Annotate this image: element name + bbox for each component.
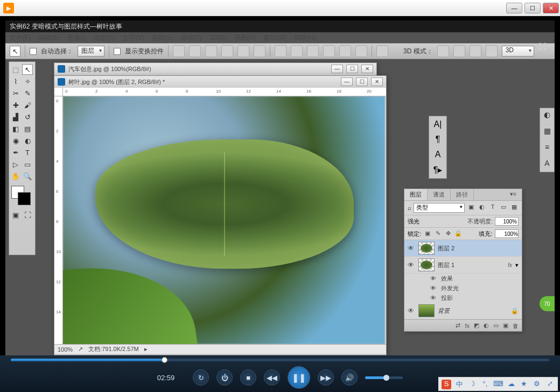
pan-3d-icon[interactable]	[470, 45, 481, 57]
group-icon[interactable]: ▭	[493, 322, 499, 329]
window-maximize-button[interactable]: ☐	[524, 3, 541, 13]
roll-3d-icon[interactable]	[453, 45, 465, 57]
layer-mask-icon[interactable]: ◩	[474, 322, 479, 329]
menu-item[interactable]: 视图(V)	[234, 33, 256, 43]
orbit-3d-icon[interactable]	[437, 45, 449, 57]
expand-icon[interactable]: ⛶	[538, 42, 546, 51]
distribute-icon[interactable]	[323, 45, 335, 57]
slide-3d-icon[interactable]	[486, 45, 498, 57]
distribute-icon[interactable]	[355, 45, 367, 57]
menu-item[interactable]: 图层(L)	[94, 33, 115, 43]
quickmask-icon[interactable]: ▣	[10, 209, 21, 220]
visibility-eye-icon[interactable]: 👁	[408, 307, 415, 314]
visibility-eye-icon[interactable]: 👁	[408, 244, 415, 252]
window-minimize-button[interactable]: —	[506, 3, 522, 13]
wand-tool-icon[interactable]: ✧	[22, 76, 33, 87]
effect-item[interactable]: 👁投影	[404, 293, 522, 303]
blend-mode-select[interactable]: 强光	[408, 218, 465, 226]
background-swatch[interactable]	[18, 192, 31, 205]
color-swatches[interactable]	[10, 186, 34, 205]
layer-row[interactable]: 👁 图层 2	[404, 240, 522, 257]
layer-name[interactable]: 图层 2	[438, 244, 519, 253]
visibility-eye-icon[interactable]: 👁	[430, 275, 438, 282]
zoom-level[interactable]: 100%	[58, 346, 73, 353]
progress-bar[interactable]	[11, 359, 549, 361]
doc-front-titlebar[interactable]: 树叶.jpg @ 100% (图层 2, RGB/8#) * — ☐ ✕	[54, 76, 386, 88]
ime-cloud-icon[interactable]: ☁	[506, 380, 516, 389]
floating-panel-strip[interactable]: A| ¶ A ¶▸	[429, 116, 447, 179]
distribute-icon[interactable]	[339, 45, 351, 57]
tab-paths[interactable]: 路径	[451, 189, 474, 200]
layer-thumbnail[interactable]	[418, 258, 435, 271]
mode3d-select[interactable]: 3D	[502, 46, 534, 57]
tab-layers[interactable]: 图层	[404, 189, 428, 200]
effects-header[interactable]: 👁效果	[404, 274, 522, 283]
lock-move-icon[interactable]: ✥	[444, 230, 452, 237]
styles-panel-icon[interactable]: ¶▸	[433, 165, 443, 175]
volume-button[interactable]: 🔊	[341, 369, 358, 386]
shape-tool-icon[interactable]: ▭	[22, 159, 33, 170]
swatches-panel-icon[interactable]: ▦	[542, 127, 552, 137]
lock-position-icon[interactable]: ✎	[434, 230, 442, 237]
stop-button[interactable]: ■	[240, 369, 256, 386]
doc-minimize-button[interactable]: —	[331, 65, 343, 73]
align-icon[interactable]	[173, 45, 185, 57]
doc-info-menu-icon[interactable]: ▸	[144, 346, 148, 353]
glyph-panel-icon[interactable]: A	[435, 150, 441, 159]
layer-row[interactable]: 👁 背景 🔒	[404, 303, 522, 319]
link-layers-icon[interactable]: ⇄	[456, 322, 460, 329]
doc-close-button[interactable]: ✕	[361, 65, 373, 73]
ime-indicator-icon[interactable]: S	[442, 380, 451, 389]
align-icon[interactable]	[254, 45, 265, 57]
hand-tool-icon[interactable]: ✋	[10, 171, 21, 181]
showtransform-checkbox[interactable]	[114, 48, 121, 55]
dodge-tool-icon[interactable]: ◐	[22, 135, 33, 146]
ime-punct-icon[interactable]: °,	[480, 380, 490, 389]
adjustment-layer-icon[interactable]: ◐	[484, 322, 489, 329]
filter-shape-icon[interactable]: ▭	[499, 204, 508, 212]
doc-maximize-button[interactable]: ☐	[346, 65, 358, 73]
ime-settings-icon[interactable]: ⚙	[532, 380, 542, 389]
move-tool-indicator-icon[interactable]: ↖	[10, 46, 20, 57]
color-panel-icon[interactable]: ◐	[542, 110, 552, 121]
arrange-icon[interactable]	[376, 45, 388, 57]
blur-tool-icon[interactable]: ◉	[10, 135, 21, 146]
volume-slider[interactable]	[365, 376, 403, 379]
distribute-icon[interactable]	[291, 45, 303, 57]
doc-minimize-button[interactable]: —	[341, 78, 353, 86]
new-layer-icon[interactable]: ▣	[503, 322, 508, 329]
filter-select[interactable]: 类型	[414, 203, 465, 213]
tab-channels[interactable]: 通道	[428, 189, 451, 200]
lasso-tool-icon[interactable]: ⌇	[10, 76, 21, 87]
layer-name[interactable]: 背景	[438, 307, 508, 315]
next-button[interactable]: ▶▶	[318, 369, 334, 386]
character-panel-icon[interactable]: A	[542, 159, 552, 170]
doc-close-button[interactable]: ✕	[371, 78, 383, 86]
align-icon[interactable]	[205, 45, 217, 57]
menu-item[interactable]: 图像(I)	[67, 33, 86, 43]
gradient-tool-icon[interactable]: ▤	[22, 123, 33, 134]
zoom-tool-icon[interactable]: 🔍	[22, 171, 33, 181]
opacity-input[interactable]	[495, 217, 519, 226]
pen-tool-icon[interactable]: ✒	[10, 147, 21, 158]
fx-expand-icon[interactable]: ▾	[515, 262, 519, 269]
lock-all-icon[interactable]: 🔒	[454, 230, 462, 237]
layer-fx-icon[interactable]: fx	[465, 323, 470, 329]
filter-type-icon[interactable]: T	[488, 204, 497, 212]
panel-menu-icon[interactable]: ▾≡	[505, 189, 522, 200]
move-tool-icon[interactable]: ↖	[22, 64, 33, 75]
ime-moon-icon[interactable]: ☽	[467, 380, 477, 389]
history-brush-tool-icon[interactable]: ↺	[22, 111, 33, 122]
lock-pixels-icon[interactable]: ▣	[424, 230, 431, 237]
type-tool-icon[interactable]: T	[22, 147, 33, 158]
fill-input[interactable]	[495, 229, 519, 238]
ruler-origin[interactable]	[54, 88, 63, 96]
screenmode-icon[interactable]: ⛶	[22, 209, 33, 220]
ime-lang-icon[interactable]: 中	[454, 380, 464, 389]
paragraph-panel-icon[interactable]: ¶	[436, 135, 440, 144]
delete-layer-icon[interactable]: 🗑	[513, 323, 519, 329]
menu-item[interactable]: 帮助(H)	[294, 33, 316, 43]
fullscreen-icon[interactable]: ⤢	[545, 380, 555, 389]
crop-tool-icon[interactable]: ✂	[10, 88, 21, 99]
filter-smart-icon[interactable]: ▦	[510, 204, 519, 212]
